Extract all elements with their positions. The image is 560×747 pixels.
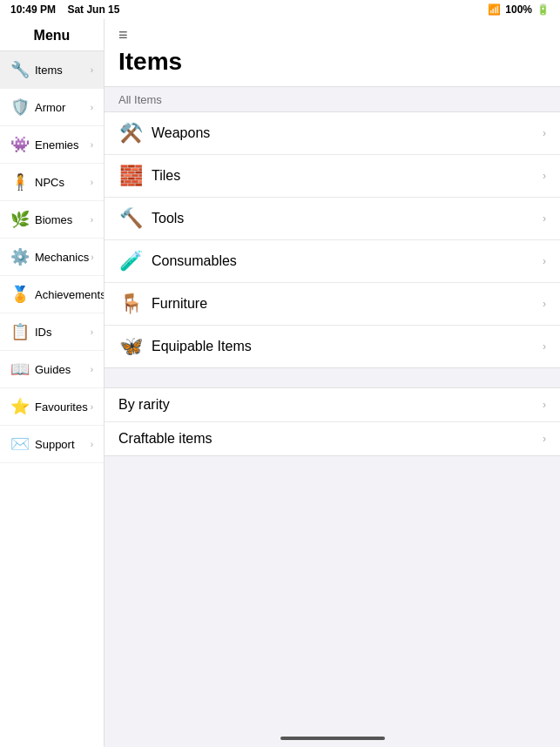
tools-icon: 🔨 [118, 206, 143, 231]
status-bar: 10:49 PM Sat Jun 15 📶 100% 🔋 [0, 0, 560, 19]
sidebar-item-label: Biomes [35, 213, 89, 226]
chevron-icon: › [91, 103, 93, 112]
chevron-icon: › [91, 178, 93, 187]
tiles-icon: 🧱 [118, 164, 143, 188]
chevron-icon: › [543, 170, 546, 182]
other-items-list: By rarity › Craftable items › [105, 387, 560, 456]
all-items-header: All Items [105, 87, 560, 111]
sidebar-item-label: Items [35, 64, 89, 77]
chevron-icon: › [91, 365, 93, 374]
guides-icon: 📖 [10, 360, 30, 379]
list-item-by-rarity[interactable]: By rarity › [105, 388, 560, 422]
status-time-date: 10:49 PM Sat Jun 15 [10, 3, 119, 16]
chevron-icon: › [543, 127, 546, 139]
app-container: Menu 🔧 Items › 🛡️ Armor › 👾 Enemies › 🧍 … [0, 19, 560, 747]
chevron-icon: › [543, 255, 546, 267]
consumables-icon: 🧪 [118, 249, 143, 273]
wifi-icon: 📶 [488, 3, 501, 16]
equipable-icon: 🦋 [118, 334, 143, 359]
chevron-icon: › [543, 399, 546, 411]
section-header-label: All Items [118, 93, 162, 106]
sidebar-item-favourites[interactable]: ⭐ Favourites › [0, 388, 104, 426]
sidebar-item-label: Armor [35, 101, 89, 114]
craftable-label: Craftable items [118, 431, 543, 447]
sidebar-item-label: Support [35, 438, 89, 451]
sidebar-item-enemies[interactable]: 👾 Enemies › [0, 126, 104, 164]
npcs-icon: 🧍 [10, 172, 30, 192]
chevron-icon: › [91, 252, 93, 262]
chevron-icon: › [91, 327, 93, 337]
sidebar-item-armor[interactable]: 🛡️ Armor › [0, 89, 104, 126]
ids-icon: 📋 [10, 322, 30, 341]
by-rarity-label: By rarity [118, 397, 543, 413]
battery-icon: 🔋 [536, 3, 550, 16]
all-items-list: ⚒️ Weapons › 🧱 Tiles › 🔨 Tools › 🧪 Consu [105, 111, 560, 368]
chevron-icon: › [543, 340, 546, 353]
sidebar-item-label: Enemies [35, 138, 89, 151]
list-item-consumables[interactable]: 🧪 Consumables › [105, 240, 560, 283]
battery-level: 100% [505, 3, 532, 16]
equipable-label: Equipable Items [152, 339, 543, 354]
sidebar: Menu 🔧 Items › 🛡️ Armor › 👾 Enemies › 🧍 … [0, 19, 105, 747]
list-item-tools[interactable]: 🔨 Tools › [105, 198, 560, 240]
sidebar-item-items[interactable]: 🔧 Items › [0, 51, 104, 89]
hamburger-menu-icon[interactable]: ≡ [118, 26, 128, 44]
armor-icon: 🛡️ [10, 98, 30, 117]
sidebar-item-achievements[interactable]: 🏅 Achievements › [0, 276, 104, 313]
sidebar-item-label: Favourites [35, 400, 89, 414]
status-date: Sat Jun 15 [67, 3, 119, 16]
main-content: ≡ Items All Items ⚒️ Weapons › 🧱 Tiles › [105, 19, 560, 747]
consumables-label: Consumables [152, 253, 543, 269]
tools-label: Tools [152, 211, 543, 226]
list-item-weapons[interactable]: ⚒️ Weapons › [105, 112, 560, 155]
tiles-label: Tiles [152, 168, 543, 184]
sidebar-item-mechanics[interactable]: ⚙️ Mechanics › [0, 239, 104, 276]
status-time: 10:49 PM [10, 3, 56, 16]
chevron-icon: › [543, 298, 546, 310]
chevron-icon: › [91, 402, 93, 412]
sidebar-item-label: Guides [35, 363, 89, 376]
list-item-equipable-items[interactable]: 🦋 Equipable Items › [105, 326, 560, 367]
page-title: Items [105, 44, 560, 83]
chevron-icon: › [543, 433, 546, 445]
sidebar-item-label: Achievements [35, 288, 105, 301]
chevron-icon: › [91, 65, 93, 75]
sidebar-item-label: NPCs [35, 176, 89, 189]
sidebar-item-label: Mechanics [35, 251, 89, 264]
sidebar-item-ids[interactable]: 📋 IDs › [0, 313, 104, 351]
chevron-icon: › [91, 440, 93, 449]
items-icon: 🔧 [10, 60, 30, 79]
sidebar-item-biomes[interactable]: 🌿 Biomes › [0, 201, 104, 239]
list-item-furniture[interactable]: 🪑 Furniture › [105, 283, 560, 326]
list-item-tiles[interactable]: 🧱 Tiles › [105, 155, 560, 198]
furniture-label: Furniture [152, 296, 543, 312]
sidebar-item-label: IDs [35, 326, 89, 339]
chevron-icon: › [91, 215, 93, 225]
chevron-icon: › [91, 140, 93, 150]
sidebar-item-npcs[interactable]: 🧍 NPCs › [0, 164, 104, 201]
home-indicator [105, 730, 560, 747]
weapons-label: Weapons [152, 125, 543, 141]
all-items-section: All Items ⚒️ Weapons › 🧱 Tiles › 🔨 Tools… [105, 87, 560, 368]
home-bar [280, 737, 385, 740]
sidebar-item-support[interactable]: ✉️ Support › [0, 426, 104, 463]
furniture-icon: 🪑 [118, 292, 143, 316]
enemies-icon: 👾 [10, 135, 30, 154]
biomes-icon: 🌿 [10, 210, 30, 229]
mechanics-icon: ⚙️ [10, 247, 30, 266]
support-icon: ✉️ [10, 434, 30, 454]
favourites-icon: ⭐ [10, 397, 30, 416]
status-indicators: 📶 100% 🔋 [488, 3, 550, 16]
sidebar-item-guides[interactable]: 📖 Guides › [0, 351, 104, 388]
chevron-icon: › [543, 212, 546, 225]
list-item-craftable[interactable]: Craftable items › [105, 422, 560, 455]
achievements-icon: 🏅 [10, 285, 30, 304]
sidebar-title: Menu [0, 19, 104, 51]
weapons-icon: ⚒️ [118, 121, 143, 145]
